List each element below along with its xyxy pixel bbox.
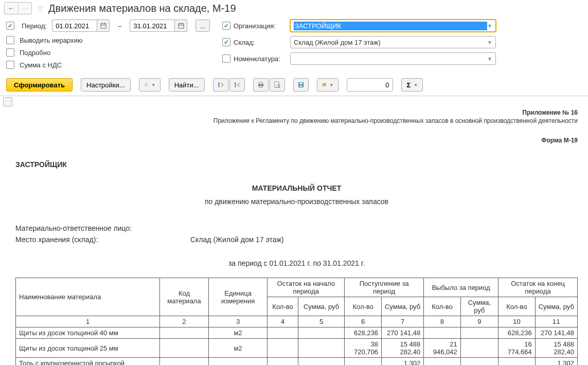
cell-code [160, 327, 209, 339]
svg-rect-20 [299, 85, 302, 87]
cell-es: 15 488 282,40 [535, 339, 577, 358]
org-dropdown[interactable]: ЗАСТРОЙЩИК ▼ [290, 20, 496, 32]
page-title: Движения материалов на складе, М-19 [48, 3, 236, 14]
cell-sq [268, 327, 298, 339]
table-row: Щиты из досок толщиной 40 ммм2628,236270… [16, 327, 578, 339]
cell-ss [298, 339, 345, 358]
cell-eq: 628,236 [498, 327, 536, 339]
cell-iq: 1 184,400 [345, 358, 382, 366]
collapse-button[interactable] [229, 78, 245, 92]
favorite-star-icon[interactable]: ☆ [35, 3, 45, 13]
colnum: 5 [298, 316, 345, 327]
colnum: 2 [160, 316, 209, 327]
warehouse-dropdown[interactable]: Склад (Жилой дом 17 этаж) ▼ [290, 36, 496, 48]
calendar-from-icon[interactable] [97, 20, 110, 32]
svg-rect-4 [179, 24, 184, 28]
th-qty: Кол-во [268, 297, 298, 316]
email-dropdown-button[interactable] [317, 78, 338, 92]
colnum: 4 [268, 316, 298, 327]
svg-rect-10 [218, 82, 220, 87]
save-button[interactable] [293, 78, 309, 92]
calendar-to-icon[interactable] [175, 20, 187, 32]
materials-table: Наименование материала Код материала Еди… [15, 278, 578, 365]
date-from-input[interactable] [52, 20, 97, 32]
cell-name: Толь с крупнозернистой посыпкой гидроизо… [16, 358, 160, 366]
report-org: ЗАСТРОЙЩИК [15, 160, 578, 169]
svg-rect-14 [259, 86, 262, 87]
org-checkbox[interactable] [222, 22, 230, 30]
vat-label: Сумма с НДС [20, 61, 62, 69]
cell-iq: 38 720,706 [345, 339, 382, 358]
back-button[interactable]: ← [5, 3, 18, 14]
svg-rect-3 [104, 23, 105, 24]
date-dash: – [118, 22, 121, 30]
cell-is: 15 488 282,40 [381, 339, 423, 358]
hierarchy-checkbox[interactable] [6, 36, 14, 44]
report-title: МАТЕРИАЛЬНЫЙ ОТЧЕТ [15, 184, 578, 192]
th-end: Остаток на конец периода [498, 278, 578, 297]
forward-button[interactable]: → [18, 3, 31, 14]
org-label: Организация: [234, 22, 276, 30]
copy-dropdown-button[interactable] [139, 78, 161, 92]
storage-label: Место хранения (склад): [15, 235, 190, 244]
generate-button[interactable]: Сформировать [6, 78, 73, 92]
colnum: 7 [381, 316, 423, 327]
warehouse-checkbox[interactable] [222, 38, 230, 46]
nomen-checkbox[interactable] [222, 54, 230, 63]
chevron-down-icon: ▼ [487, 23, 492, 29]
sum-input[interactable] [347, 78, 393, 92]
detail-label: Подробно [20, 49, 50, 57]
svg-rect-19 [299, 83, 302, 84]
print-button[interactable] [253, 78, 269, 92]
svg-rect-11 [235, 82, 236, 87]
period-checkbox[interactable] [6, 22, 14, 30]
cell-es: 1 302 840,00 [535, 358, 577, 366]
svg-rect-6 [180, 23, 180, 24]
th-start: Остаток на начало периода [268, 278, 345, 297]
org-value: ЗАСТРОЙЩИК [294, 22, 487, 30]
svg-rect-13 [259, 82, 262, 84]
th-sum: Сумма, руб [298, 297, 345, 316]
warehouse-value: Склад (Жилой дом 17 этаж) [294, 39, 487, 46]
period-ellipsis-button[interactable]: ... [195, 20, 210, 32]
cell-os [460, 327, 498, 339]
chevron-down-icon: ▼ [487, 40, 492, 45]
th-unit: Единица измерения [208, 278, 267, 316]
form-no: Форма М-19 [15, 137, 578, 144]
cell-es: 270 141,48 [535, 327, 577, 339]
svg-rect-2 [102, 23, 102, 24]
cell-oq [424, 358, 461, 366]
warehouse-label: Склад: [234, 39, 255, 46]
cell-iq: 628,236 [345, 327, 382, 339]
expand-button[interactable] [213, 78, 228, 92]
cell-os [460, 339, 498, 358]
detail-checkbox[interactable] [6, 48, 14, 57]
date-to-input[interactable] [130, 20, 175, 32]
sigma-dropdown-button[interactable]: Σ [401, 78, 423, 92]
collapse-handle[interactable] [3, 97, 12, 106]
settings-button[interactable]: Настройки... [81, 78, 131, 92]
th-out: Выбыло за период [424, 278, 498, 297]
th-name: Наименование материала [16, 278, 160, 316]
storage-value: Склад (Жилой дом 17 этаж) [190, 235, 283, 244]
preview-button[interactable] [270, 78, 285, 92]
cell-name: Щиты из досок толщиной 25 мм [16, 339, 160, 358]
colnum: 1 [16, 316, 160, 327]
nomen-label: Номенклатура: [234, 55, 280, 63]
cell-unit: м2 [208, 358, 267, 366]
cell-unit: м2 [208, 327, 267, 339]
find-button[interactable]: Найти... [169, 78, 205, 92]
svg-rect-7 [182, 23, 183, 24]
report-period: за период с 01.01.2021 г. по 31.01.2021 … [15, 259, 578, 267]
attachment-no: Приложение № 16 [522, 109, 578, 116]
colnum: 10 [498, 316, 536, 327]
nomen-dropdown[interactable]: ▼ [290, 52, 496, 65]
th-code: Код материала [160, 278, 209, 316]
cell-code [160, 358, 209, 366]
vat-checkbox[interactable] [6, 61, 14, 69]
th-in: Поступление за период [345, 278, 424, 297]
period-label: Период: [22, 22, 47, 30]
table-row: Щиты из досок толщиной 25 ммм238 720,706… [16, 339, 578, 358]
colnum: 9 [460, 316, 498, 327]
th-sum: Сумма, руб [381, 297, 423, 316]
